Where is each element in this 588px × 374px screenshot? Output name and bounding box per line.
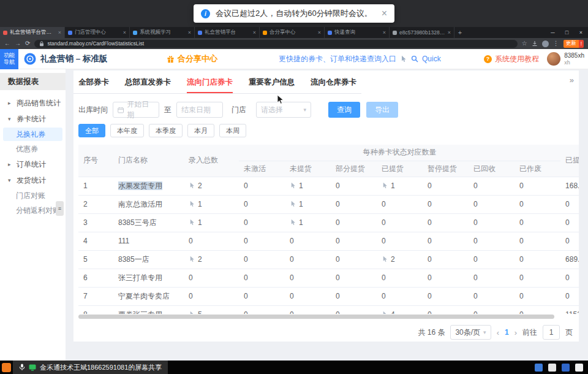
tab-close-icon[interactable]: × [253, 29, 256, 36]
page-size-select[interactable]: 30条/页 ▾ [450, 325, 491, 340]
main-area: 全部券卡总部直发券卡流向门店券卡重要客户信息流向仓库券卡 » 出库时间 开始日期… [66, 69, 588, 361]
tab-close-icon[interactable]: × [318, 29, 321, 36]
tab-close-icon[interactable]: × [188, 29, 191, 36]
tab-close-icon[interactable]: × [383, 29, 386, 36]
cell-status: 0 [285, 305, 331, 314]
chevron-down-icon: ▾ [303, 107, 306, 113]
update-label: 更新 [564, 40, 579, 48]
browser-tab[interactable]: 礼盒营销平台管理中心× [0, 27, 65, 38]
card-tab[interactable]: 总部直发券卡 [125, 77, 171, 88]
card-tabs: 全部券卡总部直发券卡流向门店券卡重要客户信息流向仓库券卡 [74, 71, 361, 94]
tab-close-icon[interactable]: × [123, 29, 126, 36]
total-count: 共 16 条 [418, 327, 445, 338]
sidebar-item[interactable]: ▸订单统计 [0, 156, 66, 172]
search-button[interactable]: 查询 [328, 102, 360, 118]
tab-close-icon[interactable]: × [58, 29, 61, 36]
cell-status: 0 [239, 177, 285, 195]
browser-tab[interactable]: 门店管理中心× [65, 27, 130, 38]
card-tab[interactable]: 重要客户信息 [249, 77, 295, 88]
close-button[interactable]: × [574, 27, 588, 38]
tutorial-link[interactable]: ? 系统使用教程 [484, 54, 539, 64]
minimize-button[interactable]: ─ [546, 27, 560, 38]
taskbar-icon[interactable] [548, 364, 556, 372]
quick-range-pill[interactable]: 全部 [78, 124, 105, 137]
card-collapse-button[interactable]: » [570, 75, 574, 85]
cell-status: 0 [514, 213, 560, 232]
card-tab[interactable]: 流向门店券卡 [187, 77, 233, 88]
start-date-input[interactable]: 开始日期 [113, 102, 159, 118]
hand-pointer-icon [382, 311, 388, 314]
store-select[interactable]: 请选择 ▾ [256, 102, 311, 118]
microphone-icon[interactable] [19, 364, 25, 371]
function-nav-button[interactable]: 功能 导航 [0, 49, 18, 69]
url-field[interactable]: standard.maboy.cn/CardFlowStatisticsList [34, 40, 517, 48]
quick-range-pill[interactable]: 本年度 [110, 124, 144, 137]
meeting-app-icon[interactable] [2, 363, 11, 372]
table-header: 序号 门店名称 录入总数 每种券卡状态对应数量 已提货金额 未激活未提货部分提货… [78, 145, 579, 177]
sidebar-item[interactable]: ▾发货统计 [0, 172, 66, 188]
quick-tip-text: 更快捷的券卡、订单和快递查询入口 [279, 54, 396, 64]
browser-tab[interactable]: 合分享中心× [260, 27, 325, 38]
sidebar-item[interactable]: ▾券卡统计 [0, 111, 66, 127]
sidebar-subitem[interactable]: 兑换礼券 [3, 128, 62, 141]
statistics-table: 序号 门店名称 录入总数 每种券卡状态对应数量 已提货金额 未激活未提货部分提货… [78, 145, 579, 314]
cell-status: 0 [423, 305, 469, 314]
cell-status: 0 [331, 213, 377, 232]
browser-tab[interactable]: 快递查询× [325, 27, 390, 38]
page-number[interactable]: 1 [505, 328, 509, 337]
cell-status: 0 [285, 287, 331, 305]
card-tab[interactable]: 全部券卡 [78, 77, 109, 88]
cell-status: 0 [423, 250, 469, 269]
hand-pointer-icon [290, 219, 296, 226]
quick-range-pill[interactable]: 本季度 [149, 124, 183, 137]
tab-favicon-icon [393, 31, 397, 35]
browser-address-bar: ← → ⟳ standard.maboy.cn/CardFlowStatisti… [0, 38, 588, 49]
scrollbar-thumb[interactable] [78, 315, 554, 319]
taskbar-icon[interactable] [535, 364, 543, 372]
quick-search-zone[interactable]: 更快捷的券卡、订单和快递查询入口 Quick [279, 54, 441, 64]
share-center-label: 合分享中心 [178, 53, 217, 64]
browser-update-badge[interactable]: 更新 ! [564, 40, 584, 48]
hand-pointer-icon [189, 182, 195, 189]
share-center-link[interactable]: 合分享中心 [167, 53, 217, 64]
back-icon[interactable]: ← [4, 40, 10, 47]
maximize-button[interactable]: □ [560, 27, 574, 38]
download-icon[interactable] [532, 40, 538, 47]
tab-close-icon[interactable]: × [448, 29, 451, 36]
quick-range-pill[interactable]: 本周 [219, 124, 246, 137]
cell-total: 1 [184, 195, 239, 213]
next-page-button[interactable]: › [514, 328, 517, 337]
sidebar-collapse-handle[interactable]: ≡ [56, 201, 64, 216]
taskbar-icon[interactable] [575, 364, 583, 372]
browser-profile-avatar[interactable] [542, 40, 549, 47]
refresh-icon[interactable]: ⟳ [25, 40, 30, 47]
table-row: 2南京总激活用101000000 [78, 195, 579, 213]
quick-range-pill[interactable]: 本月 [187, 124, 214, 137]
new-tab-button[interactable]: + [454, 27, 466, 38]
update-alert: ! [579, 40, 584, 48]
bookmark-star-icon[interactable]: ☆ [522, 40, 527, 47]
prev-page-button[interactable]: ‹ [497, 328, 499, 337]
browser-tab[interactable]: 系统视频学习× [130, 27, 195, 38]
meeting-toast: i 会议已超过2人，自动转为60分钟限时会议。 × [194, 4, 394, 23]
browser-tab[interactable]: 礼盒营销平台× [195, 27, 260, 38]
menu-dots-icon[interactable]: ⋮ [553, 40, 559, 47]
card-tab[interactable]: 流向仓库券卡 [311, 77, 356, 88]
forward-icon[interactable]: → [15, 40, 21, 47]
export-button[interactable]: 导出 [366, 102, 398, 118]
goto-page-input[interactable]: 1 [543, 325, 560, 340]
cell-status: 0 [514, 177, 560, 195]
sidebar-subitem[interactable]: 优惠券 [0, 142, 66, 156]
toast-close-icon[interactable]: × [382, 8, 387, 19]
user-menu[interactable]: 8385xh xh [547, 52, 584, 66]
nav-box-line1: 功能 [4, 52, 15, 59]
sidebar-subitem[interactable]: 门店对账 [0, 188, 66, 203]
horizontal-scrollbar [78, 315, 574, 319]
browser-tab[interactable]: e8c573980b1328a258fd2e6l× [390, 27, 454, 38]
taskbar-icon[interactable] [562, 364, 570, 372]
cell-status: 2 [377, 250, 423, 269]
sidebar-item[interactable]: ▸商品销售统计 [0, 95, 66, 111]
cell-status: 1 [285, 195, 331, 213]
end-date-input[interactable]: 结束日期 [176, 102, 223, 118]
tab-favicon-icon [3, 31, 7, 35]
